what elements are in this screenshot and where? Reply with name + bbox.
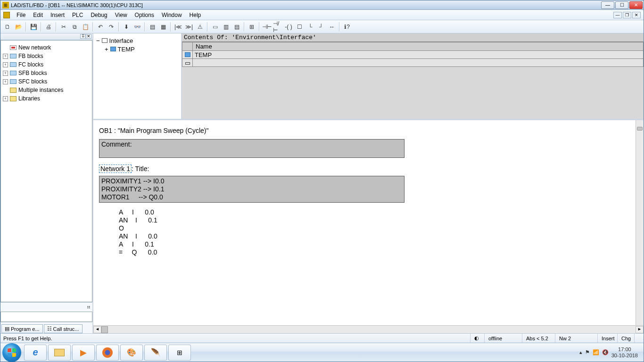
dock-pin-icon[interactable]: ⠿ (80, 34, 86, 39)
branch-open-icon[interactable]: └ (305, 22, 315, 32)
tray-network-icon[interactable]: 📶 (593, 349, 599, 355)
menu-view[interactable]: View (111, 11, 131, 19)
table-row[interactable]: TEMP (182, 51, 644, 59)
block-icon (10, 62, 17, 67)
redo-icon[interactable]: ↷ (106, 22, 116, 32)
interface-empty-area (182, 67, 644, 119)
monitor-icon[interactable]: 👓 (132, 22, 142, 32)
connection-icon[interactable]: ↔ (327, 22, 337, 32)
tree-item-sfc-blocks[interactable]: + SFC blocks (3, 77, 90, 86)
taskbar-app-explorer[interactable] (48, 345, 71, 361)
box-icon[interactable]: ☐ (294, 22, 305, 32)
tree-item-fc-blocks[interactable]: + FC blocks (3, 60, 90, 69)
collapse-icon[interactable]: − (96, 37, 100, 44)
goto-next-icon[interactable]: ≫| (184, 22, 194, 32)
tab-call-structure[interactable]: ☷Call struc... (44, 324, 83, 333)
table-row[interactable]: ▭ (182, 59, 644, 67)
expand-icon[interactable]: + (3, 96, 8, 101)
scroll-thumb[interactable] (101, 326, 108, 333)
reference-icon[interactable]: ▦ (158, 22, 168, 32)
menu-window[interactable]: Window (158, 11, 186, 19)
mdi-restore-button[interactable]: ❐ (623, 12, 631, 18)
scroll-right-icon[interactable]: ► (636, 326, 644, 333)
maximize-button[interactable]: ☐ (615, 1, 628, 9)
horizontal-scrollbar[interactable]: ◄ ► (93, 325, 644, 333)
tray-clock[interactable]: 17:00 30-10-2018 (611, 346, 638, 359)
scroll-left-icon[interactable]: ◄ (93, 326, 101, 333)
mdi-system-icon[interactable] (3, 12, 10, 18)
block-comment-box[interactable]: Comment: (99, 139, 405, 158)
stl-editor[interactable]: OB1 : "Main Program Sweep (Cycle)" Comme… (93, 120, 644, 325)
strip-grip-icon: ⠶ (87, 304, 91, 310)
mdi-close-button[interactable]: ✕ (632, 12, 641, 18)
network-label[interactable]: Network 1 (99, 165, 132, 173)
network-comment-box[interactable]: PROXIMITY1 --> I0.0 PROXIMITY2 --> I0.1 … (99, 176, 405, 203)
copy-icon[interactable]: ⧉ (69, 22, 80, 32)
tree-item-sfb-blocks[interactable]: + SFB blocks (3, 69, 90, 77)
new-network-icon[interactable]: ⊞ (247, 22, 257, 32)
left-filter-box[interactable] (0, 312, 92, 322)
network-title-line[interactable]: Network 1: Title: (99, 165, 638, 173)
taskbar-app-wmp[interactable]: ▶ (72, 345, 95, 361)
expand-icon[interactable]: + (3, 79, 8, 84)
contact-nc-icon[interactable]: ⊣/⊢ (272, 22, 283, 32)
start-button[interactable] (2, 343, 21, 362)
menu-edit[interactable]: Edit (29, 11, 47, 19)
coil-icon[interactable]: -( ) (283, 22, 294, 32)
tray-volume-icon[interactable]: 🔇 (602, 349, 609, 355)
expand-icon[interactable]: + (3, 54, 8, 59)
save-icon[interactable]: 💾 (28, 22, 39, 32)
taskbar-app-simatic[interactable]: ⊞ (168, 345, 191, 361)
taskbar-app-paint[interactable]: 🎨 (120, 345, 143, 361)
taskbar-app-lightshot[interactable]: 🪶 (144, 345, 167, 361)
download-icon[interactable]: ⬇ (121, 22, 132, 32)
mdi-minimize-button[interactable]: — (613, 12, 622, 18)
menu-help[interactable]: Help (186, 11, 205, 19)
menu-insert[interactable]: Insert (47, 11, 68, 19)
open-icon[interactable]: 📂 (13, 22, 24, 32)
taskbar-app-ie[interactable]: e (24, 345, 47, 361)
system-tray[interactable]: ▴ ⚑ 📶 🔇 17:00 30-10-2018 (579, 346, 642, 359)
expand-icon[interactable]: + (3, 71, 8, 76)
new-icon[interactable]: 🗋 (2, 22, 13, 32)
view-overview-icon[interactable]: ▥ (221, 22, 231, 32)
search-error-icon[interactable]: ⚠ (195, 22, 205, 32)
print-icon[interactable]: 🖨 (43, 22, 54, 32)
interface-root[interactable]: − Interface (96, 36, 178, 45)
menu-options[interactable]: Options (131, 11, 158, 19)
menu-file[interactable]: File (13, 11, 29, 19)
stl-code[interactable]: A I 0.0 AN I 0.1 O AN I 0.0 A I 0.1 = Q … (99, 208, 638, 256)
paste-icon[interactable]: 📋 (80, 22, 91, 32)
goto-prev-icon[interactable]: |≪ (173, 22, 183, 32)
expand-icon[interactable]: + (105, 46, 108, 53)
interface-tree[interactable]: − Interface + TEMP (93, 33, 182, 119)
tree-item-new-network[interactable]: New network (3, 43, 90, 52)
expand-icon[interactable]: + (3, 62, 8, 67)
tree-item-multiple-instances[interactable]: Multiple instances (3, 86, 90, 94)
taskbar-app-firefox[interactable] (96, 345, 119, 361)
minimize-button[interactable]: — (601, 1, 614, 9)
context-help-icon[interactable]: ℹ? (342, 22, 352, 32)
vertical-scrollbar[interactable] (636, 120, 644, 325)
scroll-thumb[interactable] (637, 127, 643, 131)
view-detail-icon[interactable]: ▤ (231, 22, 242, 32)
tab-program-elements[interactable]: ▤Program e... (1, 324, 43, 333)
dock-close-icon[interactable]: ✕ (86, 34, 91, 39)
tree-item-fb-blocks[interactable]: + FB blocks (3, 52, 90, 60)
empty-row-icon: ▭ (185, 59, 190, 66)
interface-temp[interactable]: + TEMP (96, 45, 178, 53)
close-button[interactable]: ✕ (629, 1, 643, 9)
tree-item-libraries[interactable]: + Libraries (3, 94, 90, 103)
branch-close-icon[interactable]: ┘ (316, 22, 326, 32)
catalog-icon[interactable]: ▤ (147, 22, 157, 32)
tray-show-hidden-icon[interactable]: ▴ (579, 349, 582, 355)
contact-no-icon[interactable]: ⊣⊢ (262, 22, 272, 32)
cut-icon[interactable]: ✂ (58, 22, 69, 32)
program-elements-tree[interactable]: New network + FB blocks + FC blocks + SF… (0, 40, 92, 302)
menu-debug[interactable]: Debug (87, 11, 111, 19)
view-lad-icon[interactable]: ▭ (210, 22, 220, 32)
tray-action-center-icon[interactable]: ⚑ (585, 349, 590, 355)
menu-plc[interactable]: PLC (68, 11, 87, 19)
interface-table[interactable]: Name TEMP ▭ (182, 42, 644, 67)
undo-icon[interactable]: ↶ (95, 22, 106, 32)
